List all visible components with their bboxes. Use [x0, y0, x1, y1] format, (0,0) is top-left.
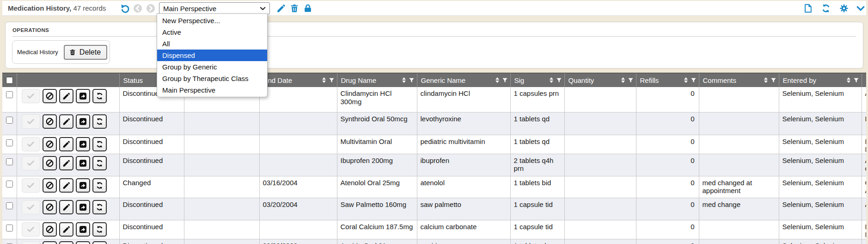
share-button[interactable] — [76, 89, 90, 103]
menu-item[interactable]: Group by Therapeutic Class — [157, 73, 267, 84]
approve-button[interactable] — [22, 222, 40, 237]
lock-icon[interactable] — [302, 3, 313, 14]
filter-icon[interactable] — [556, 77, 562, 83]
sort-icon[interactable] — [550, 77, 553, 83]
edit-row-button[interactable] — [59, 178, 73, 193]
refresh-icon[interactable] — [820, 3, 831, 14]
row-checkbox[interactable] — [6, 91, 13, 98]
discontinue-button[interactable] — [43, 222, 57, 237]
approve-button[interactable] — [22, 200, 40, 214]
col-header-generic-name[interactable]: Generic Name — [417, 73, 510, 87]
filter-icon[interactable] — [329, 77, 335, 83]
share-button[interactable] — [76, 241, 90, 244]
settings-icon[interactable] — [838, 3, 850, 14]
share-button[interactable] — [76, 200, 90, 214]
filter-icon[interactable] — [502, 77, 508, 83]
undo-icon[interactable] — [119, 3, 130, 14]
discontinue-button[interactable] — [43, 114, 57, 129]
filter-icon[interactable] — [628, 77, 634, 83]
row-checkbox[interactable] — [6, 202, 13, 209]
edit-row-button[interactable] — [59, 156, 73, 170]
filter-icon[interactable] — [409, 77, 415, 83]
share-button[interactable] — [76, 114, 90, 129]
filter-icon[interactable] — [770, 77, 776, 83]
menu-item[interactable]: All — [157, 38, 267, 50]
edit-perspective-icon[interactable] — [275, 3, 287, 14]
row-checkbox[interactable] — [6, 117, 13, 124]
cell-truncated: E N — [862, 135, 866, 154]
approve-button[interactable] — [22, 156, 40, 170]
discontinue-button[interactable] — [43, 156, 57, 170]
cell-sig: 1 capsule tid — [510, 220, 564, 239]
discontinue-button[interactable] — [43, 89, 57, 103]
share-button[interactable] — [76, 222, 90, 237]
edit-row-button[interactable] — [59, 222, 73, 237]
row-checkbox[interactable] — [6, 225, 13, 231]
next-icon[interactable] — [145, 3, 156, 14]
approve-button[interactable] — [22, 178, 40, 193]
col-header-drug-name[interactable]: Drug Name — [337, 73, 417, 87]
sort-icon[interactable] — [402, 77, 406, 83]
renew-button[interactable] — [92, 241, 107, 244]
share-button[interactable] — [76, 156, 90, 170]
col-label: Quantity — [568, 76, 594, 84]
col-header-sig[interactable]: Sig — [510, 73, 564, 87]
menu-item[interactable]: Main Perspective — [157, 84, 267, 96]
renew-button[interactable] — [92, 89, 107, 103]
renew-button[interactable] — [92, 222, 107, 237]
renew-button[interactable] — [92, 200, 107, 214]
row-checkbox[interactable] — [6, 158, 13, 165]
sort-icon[interactable] — [764, 77, 768, 83]
check-icon — [26, 140, 35, 149]
new-document-icon[interactable] — [802, 3, 813, 14]
row-checkbox[interactable] — [6, 181, 13, 188]
filter-icon[interactable] — [691, 77, 697, 83]
col-header-quantity[interactable]: Quantity — [564, 73, 636, 87]
check-icon — [26, 203, 35, 212]
sort-icon[interactable] — [322, 77, 326, 83]
col-header-refills[interactable]: Refills — [636, 73, 699, 87]
share-button[interactable] — [76, 137, 90, 151]
renew-button[interactable] — [92, 114, 107, 129]
row-checkbox[interactable] — [6, 139, 13, 146]
delete-button[interactable]: Delete — [64, 45, 107, 60]
discontinue-button[interactable] — [43, 200, 57, 214]
edit-row-button[interactable] — [59, 114, 73, 129]
menu-item[interactable]: New Perspective... — [157, 15, 267, 26]
renew-button[interactable] — [92, 178, 107, 193]
discontinue-button[interactable] — [43, 178, 57, 193]
share-button[interactable] — [76, 178, 90, 193]
menu-item[interactable]: Dispensed — [157, 50, 267, 61]
delete-perspective-icon[interactable] — [289, 3, 300, 14]
sort-icon[interactable] — [847, 77, 850, 83]
approve-button[interactable] — [22, 241, 40, 244]
approve-button[interactable] — [22, 89, 40, 103]
perspective-select[interactable]: Main Perspective — [159, 2, 270, 14]
previous-icon[interactable] — [132, 3, 143, 14]
filter-icon[interactable] — [853, 77, 859, 83]
renew-button[interactable] — [92, 137, 107, 151]
perspective-select-value: Main Perspective — [163, 5, 260, 13]
col-header-entered-by[interactable]: Entered by — [779, 73, 862, 87]
col-header-comments[interactable]: Comments — [699, 73, 779, 87]
sort-icon[interactable] — [495, 77, 499, 83]
edit-row-button[interactable] — [59, 89, 73, 103]
collapse-icon[interactable] — [855, 3, 866, 14]
share-icon — [79, 159, 87, 168]
edit-row-button[interactable] — [59, 241, 73, 244]
select-all-checkbox[interactable] — [6, 77, 13, 84]
sort-icon[interactable] — [621, 77, 625, 83]
menu-item[interactable]: Active — [157, 26, 267, 38]
col-header-end-date[interactable]: End Date — [259, 73, 337, 87]
edit-row-button[interactable] — [59, 137, 73, 151]
edit-row-button[interactable] — [59, 200, 73, 214]
table-row: DiscontinuedIbuprofen 200mgibuprofen2 ta… — [2, 154, 866, 176]
discontinue-button[interactable] — [43, 241, 57, 244]
approve-button[interactable] — [22, 114, 40, 129]
approve-button[interactable] — [22, 137, 40, 151]
renew-button[interactable] — [92, 156, 107, 170]
menu-item[interactable]: Group by Generic — [157, 61, 267, 73]
medication-table: StatusEnd DateDrug NameGeneric NameSigQu… — [2, 73, 866, 244]
discontinue-button[interactable] — [43, 137, 57, 151]
sort-icon[interactable] — [684, 77, 688, 83]
